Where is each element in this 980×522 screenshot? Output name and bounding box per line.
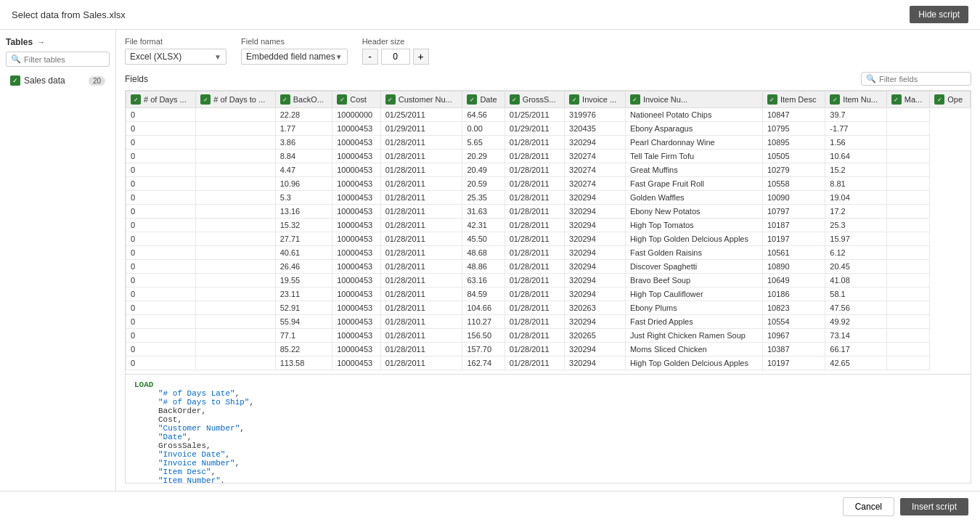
top-bar: Select data from Sales.xlsx Hide script: [0, 0, 980, 30]
sidebar: Tables → 🔍 Sales data 20: [0, 30, 116, 491]
table-row: 01.771000045301/29/20110.0001/29/2011320…: [126, 122, 971, 136]
cell-16-9: 10967: [762, 329, 825, 343]
cell-8-11: [886, 219, 930, 232]
cell-2-6: 01/28/2011: [505, 136, 564, 150]
cell-14-10: 47.56: [825, 301, 886, 315]
header-size-row: - +: [362, 49, 429, 65]
checkbox-sales-data[interactable]: [10, 76, 20, 86]
table-row: 019.551000045301/28/201163.1601/28/20113…: [126, 274, 971, 287]
cell-9-6: 01/28/2011: [505, 232, 564, 246]
table-col-header-8[interactable]: Invoice Nu...: [625, 91, 762, 108]
cell-2-3: 10000453: [332, 136, 381, 150]
cell-14-6: 01/28/2011: [505, 301, 564, 315]
cell-13-2: 23.11: [275, 287, 332, 301]
filter-fields-input[interactable]: [879, 75, 966, 83]
cell-5-5: 20.59: [462, 177, 505, 191]
filter-tables-input[interactable]: [24, 55, 105, 64]
cell-16-6: 01/28/2011: [505, 329, 564, 343]
cell-15-8: Fast Dried Apples: [625, 315, 762, 329]
cell-15-0: 0: [126, 315, 196, 329]
cell-17-9: 10387: [762, 343, 825, 356]
cell-13-9: 10186: [762, 287, 825, 301]
hide-script-button[interactable]: Hide script: [910, 6, 968, 23]
cell-17-6: 01/28/2011: [505, 343, 564, 356]
cell-5-0: 0: [126, 177, 196, 191]
cell-18-9: 10197: [762, 356, 825, 370]
table-col-header-4[interactable]: Customer Nu...: [380, 91, 462, 108]
cell-2-1: [196, 136, 275, 150]
cell-17-5: 157.70: [462, 343, 505, 356]
cell-17-8: Moms Sliced Chicken: [625, 343, 762, 356]
cell-3-1: [196, 150, 275, 163]
cell-0-10: 39.7: [825, 108, 886, 122]
table-row: 040.611000045301/28/201148.6801/28/20113…: [126, 246, 971, 260]
cell-17-7: 320294: [565, 343, 626, 356]
header-size-group: Header size - +: [362, 37, 429, 65]
cell-12-0: 0: [126, 274, 196, 287]
fields-section: Fields 🔍 # of Days ...# of Days to ...Ba…: [125, 72, 971, 484]
table-col-header-1[interactable]: # of Days to ...: [196, 91, 275, 108]
data-table-container[interactable]: # of Days ...# of Days to ...BackO...Cos…: [125, 90, 971, 375]
cell-3-4: 01/28/2011: [380, 150, 462, 163]
filter-fields-wrapper[interactable]: 🔍: [861, 72, 971, 86]
header-size-input[interactable]: [381, 49, 410, 65]
cell-11-9: 10890: [762, 260, 825, 274]
cell-18-7: 320294: [565, 356, 626, 370]
insert-script-button[interactable]: Insert script: [900, 498, 968, 515]
table-row: 015.321000045301/28/201142.3101/28/20113…: [126, 219, 971, 232]
sidebar-item-sales-data[interactable]: Sales data 20: [6, 73, 110, 89]
table-col-header-12[interactable]: Ope: [930, 91, 971, 108]
cell-14-1: [196, 301, 275, 315]
cell-16-3: 10000453: [332, 329, 381, 343]
cell-6-0: 0: [126, 191, 196, 205]
cell-6-7: 320294: [565, 191, 626, 205]
cell-12-5: 63.16: [462, 274, 505, 287]
cell-17-1: [196, 343, 275, 356]
cell-7-0: 0: [126, 205, 196, 219]
cell-4-5: 20.49: [462, 163, 505, 177]
cell-4-4: 01/28/2011: [380, 163, 462, 177]
table-col-header-10[interactable]: Item Nu...: [825, 91, 886, 108]
table-row: 026.461000045301/28/201148.8601/28/20113…: [126, 260, 971, 274]
cell-5-7: 320274: [565, 177, 626, 191]
cancel-button[interactable]: Cancel: [843, 497, 894, 516]
cell-11-7: 320294: [565, 260, 626, 274]
script-section: LOAD "# of Days Late", "# of Days to Shi…: [125, 375, 971, 484]
table-col-header-5[interactable]: Date: [462, 91, 505, 108]
table-col-header-2[interactable]: BackO...: [275, 91, 332, 108]
table-col-header-9[interactable]: Item Desc: [762, 91, 825, 108]
filter-tables-input-wrapper[interactable]: 🔍: [6, 52, 110, 67]
table-col-header-0[interactable]: # of Days ...: [126, 91, 196, 108]
filter-fields-search-icon: 🔍: [866, 74, 876, 83]
cell-5-6: 01/28/2011: [505, 177, 564, 191]
table-row: 04.471000045301/28/201120.4901/28/201132…: [126, 163, 971, 177]
cell-13-10: 58.1: [825, 287, 886, 301]
cell-10-2: 40.61: [275, 246, 332, 260]
cell-12-9: 10649: [762, 274, 825, 287]
table-col-header-3[interactable]: Cost: [332, 91, 381, 108]
file-format-select[interactable]: Excel (XLSX) ▼: [125, 49, 226, 65]
cell-15-6: 01/28/2011: [505, 315, 564, 329]
cell-13-1: [196, 287, 275, 301]
table-col-header-11[interactable]: Ma...: [886, 91, 930, 108]
field-names-select[interactable]: Embedded field names ▼: [241, 49, 348, 65]
cell-7-1: [196, 205, 275, 219]
cell-8-2: 15.32: [275, 219, 332, 232]
cell-6-10: 19.04: [825, 191, 886, 205]
cell-3-7: 320274: [565, 150, 626, 163]
cell-5-1: [196, 177, 275, 191]
cell-2-8: Pearl Chardonnay Wine: [625, 136, 762, 150]
search-icon: 🔍: [11, 54, 21, 64]
cell-3-6: 01/28/2011: [505, 150, 564, 163]
cell-0-2: 22.28: [275, 108, 332, 122]
cell-6-5: 25.35: [462, 191, 505, 205]
main-content: Tables → 🔍 Sales data 20 File format: [0, 30, 980, 491]
cell-15-11: [886, 315, 930, 329]
header-size-plus-button[interactable]: +: [413, 49, 429, 65]
table-col-header-7[interactable]: Invoice ...: [565, 91, 626, 108]
header-size-minus-button[interactable]: -: [362, 49, 378, 65]
cell-15-9: 10554: [762, 315, 825, 329]
table-col-header-6[interactable]: GrossS...: [505, 91, 564, 108]
cell-14-3: 10000453: [332, 301, 381, 315]
config-row: File format Excel (XLSX) ▼ Field names E…: [125, 37, 971, 65]
